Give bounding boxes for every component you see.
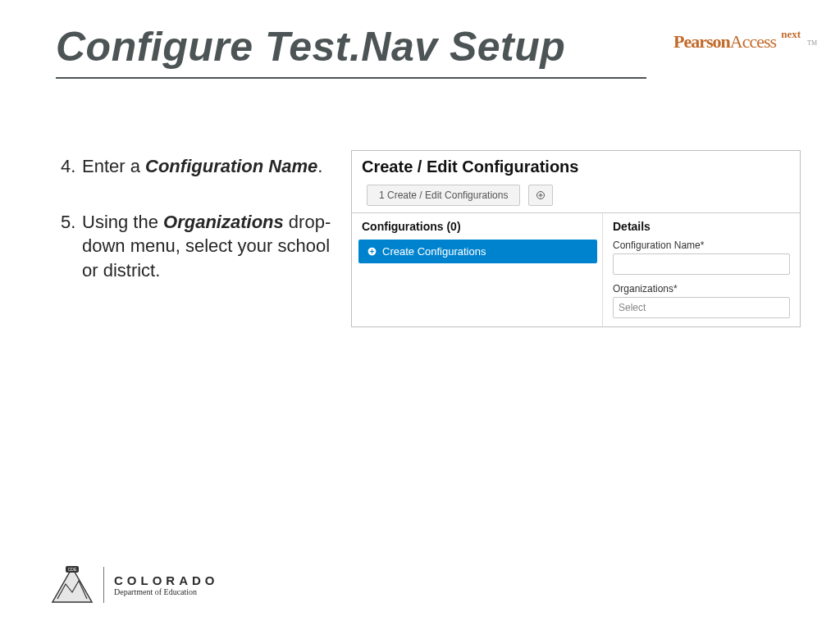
cde-tag-text: CDE: [68, 567, 77, 572]
cde-text: COLORADO Department of Education: [114, 573, 219, 596]
config-panel-screenshot: Create / Edit Configurations 1 Create / …: [351, 150, 801, 327]
step-text-pre: Using the: [82, 212, 163, 232]
configuration-name-input[interactable]: [613, 253, 790, 275]
configurations-count-header: Configurations (0): [352, 213, 602, 240]
create-configurations-button[interactable]: Create Configurations: [358, 240, 597, 263]
step-number: 5.: [61, 210, 82, 283]
plus-circle-icon: [367, 246, 377, 257]
organizations-select[interactable]: Select: [613, 297, 790, 318]
brand-text-3: next: [781, 28, 801, 41]
configuration-name-label: Configuration Name*: [613, 240, 790, 251]
panel-left-column: Configurations (0) Create Configurations: [352, 213, 603, 326]
panel-right-column: Details Configuration Name* Organization…: [603, 213, 800, 326]
step-4: 4. Enter a Configuration Name.: [61, 154, 331, 179]
brand-tm: TM: [807, 39, 817, 47]
breadcrumb-row: 1 Create / Edit Configurations: [352, 185, 800, 212]
step-5: 5. Using the Organizations drop-down men…: [61, 210, 331, 283]
step-text: Using the Organizations drop-down menu, …: [82, 210, 331, 283]
step-text-pre: Enter a: [82, 156, 145, 176]
title-underline: [56, 77, 646, 79]
cde-text-line2: Department of Education: [114, 587, 219, 596]
colorado-dept-education-logo: CDE COLORADO Department of Education: [51, 566, 219, 604]
panel-heading: Create / Edit Configurations: [352, 151, 800, 185]
plus-circle-icon: [536, 190, 546, 200]
brand-text-1: Pearson: [673, 31, 730, 52]
instruction-steps: 4. Enter a Configuration Name. 5. Using …: [61, 154, 331, 314]
create-configurations-label: Create Configurations: [382, 245, 486, 258]
step-text-organizations: Organizations: [163, 212, 284, 232]
step-text-post: .: [317, 156, 322, 176]
organizations-label: Organizations*: [613, 283, 790, 294]
brand-text-2: Access: [730, 31, 776, 52]
brand-pearson-access-next: Pearson Access next TM: [673, 31, 817, 52]
step-number: 4.: [61, 154, 82, 179]
step-text: Enter a Configuration Name.: [82, 154, 331, 179]
details-header: Details: [603, 213, 800, 240]
cde-emblem-icon: CDE: [51, 566, 94, 604]
page-title: Configure Test.Nav Setup: [56, 23, 565, 71]
cde-text-line1: COLORADO: [114, 573, 219, 587]
logo-divider: [103, 567, 104, 603]
breadcrumb-step-1[interactable]: 1 Create / Edit Configurations: [367, 185, 520, 206]
add-step-button[interactable]: [528, 185, 553, 206]
step-text-configuration-name: Configuration Name: [145, 156, 317, 176]
